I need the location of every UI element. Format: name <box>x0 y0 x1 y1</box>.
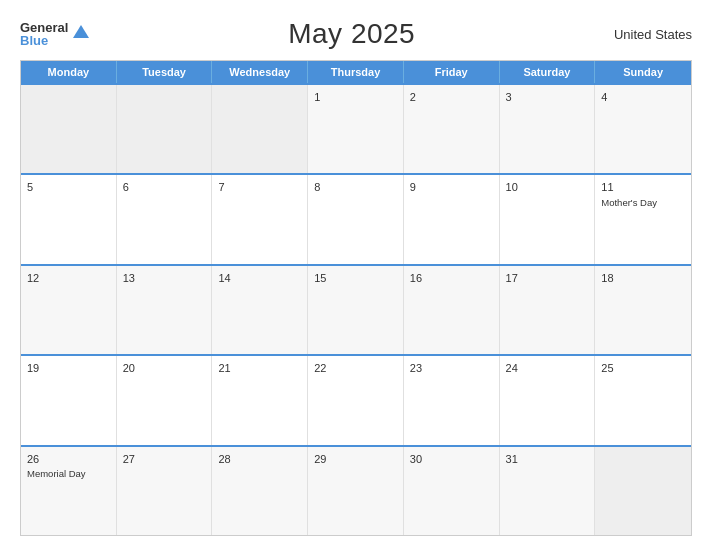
calendar-cell-r4-c2: 20 <box>117 356 213 444</box>
col-tuesday: Tuesday <box>117 61 213 83</box>
calendar-cell-r1-c2 <box>117 85 213 173</box>
page: General Blue May 2025 United States Mond… <box>0 0 712 550</box>
calendar-cell-r2-c7: 11Mother's Day <box>595 175 691 263</box>
day-number: 3 <box>506 90 589 104</box>
calendar-cell-r4-c7: 25 <box>595 356 691 444</box>
day-number: 4 <box>601 90 685 104</box>
day-number: 6 <box>123 180 206 194</box>
calendar-row-3: 12131415161718 <box>21 264 691 354</box>
calendar-cell-r3-c4: 15 <box>308 266 404 354</box>
day-number: 21 <box>218 361 301 375</box>
day-number: 29 <box>314 452 397 466</box>
calendar-cell-r3-c5: 16 <box>404 266 500 354</box>
calendar-cell-r4-c3: 21 <box>212 356 308 444</box>
day-number: 7 <box>218 180 301 194</box>
col-monday: Monday <box>21 61 117 83</box>
day-number: 26 <box>27 452 110 466</box>
calendar-cell-r4-c5: 23 <box>404 356 500 444</box>
day-number: 1 <box>314 90 397 104</box>
calendar-row-2: 567891011Mother's Day <box>21 173 691 263</box>
calendar-cell-r1-c6: 3 <box>500 85 596 173</box>
calendar-cell-r3-c2: 13 <box>117 266 213 354</box>
calendar-cell-r1-c5: 2 <box>404 85 500 173</box>
calendar-cell-r1-c1 <box>21 85 117 173</box>
calendar-cell-r3-c1: 12 <box>21 266 117 354</box>
month-title: May 2025 <box>288 18 415 50</box>
calendar-row-4: 19202122232425 <box>21 354 691 444</box>
calendar-row-5: 26Memorial Day2728293031 <box>21 445 691 535</box>
calendar-cell-r4-c1: 19 <box>21 356 117 444</box>
day-number: 10 <box>506 180 589 194</box>
calendar-cell-r2-c1: 5 <box>21 175 117 263</box>
calendar-cell-r5-c4: 29 <box>308 447 404 535</box>
day-number: 28 <box>218 452 301 466</box>
col-saturday: Saturday <box>500 61 596 83</box>
day-number: 22 <box>314 361 397 375</box>
col-thursday: Thursday <box>308 61 404 83</box>
calendar-cell-r2-c2: 6 <box>117 175 213 263</box>
day-number: 8 <box>314 180 397 194</box>
calendar-cell-r5-c7 <box>595 447 691 535</box>
calendar: Monday Tuesday Wednesday Thursday Friday… <box>20 60 692 536</box>
calendar-cell-r5-c3: 28 <box>212 447 308 535</box>
calendar-cell-r5-c5: 30 <box>404 447 500 535</box>
calendar-cell-r2-c5: 9 <box>404 175 500 263</box>
calendar-cell-r5-c1: 26Memorial Day <box>21 447 117 535</box>
col-wednesday: Wednesday <box>212 61 308 83</box>
day-number: 18 <box>601 271 685 285</box>
header: General Blue May 2025 United States <box>20 18 692 50</box>
calendar-cell-r4-c6: 24 <box>500 356 596 444</box>
col-sunday: Sunday <box>595 61 691 83</box>
calendar-cell-r1-c4: 1 <box>308 85 404 173</box>
calendar-cell-r4-c4: 22 <box>308 356 404 444</box>
day-number: 27 <box>123 452 206 466</box>
country-label: United States <box>614 27 692 42</box>
logo: General Blue <box>20 21 89 47</box>
calendar-cell-r3-c3: 14 <box>212 266 308 354</box>
day-number: 16 <box>410 271 493 285</box>
calendar-cell-r5-c6: 31 <box>500 447 596 535</box>
day-number: 17 <box>506 271 589 285</box>
calendar-cell-r3-c7: 18 <box>595 266 691 354</box>
calendar-row-1: 1234 <box>21 83 691 173</box>
day-number: 2 <box>410 90 493 104</box>
day-number: 13 <box>123 271 206 285</box>
day-number: 30 <box>410 452 493 466</box>
calendar-cell-r2-c3: 7 <box>212 175 308 263</box>
day-number: 11 <box>601 180 685 194</box>
logo-triangle-icon <box>73 25 89 38</box>
day-number: 9 <box>410 180 493 194</box>
calendar-cell-r2-c6: 10 <box>500 175 596 263</box>
logo-blue-text: Blue <box>20 34 68 47</box>
calendar-header: Monday Tuesday Wednesday Thursday Friday… <box>21 61 691 83</box>
day-number: 23 <box>410 361 493 375</box>
day-number: 19 <box>27 361 110 375</box>
col-friday: Friday <box>404 61 500 83</box>
calendar-cell-r2-c4: 8 <box>308 175 404 263</box>
calendar-cell-r1-c7: 4 <box>595 85 691 173</box>
event-label: Memorial Day <box>27 468 110 479</box>
calendar-body: 1234567891011Mother's Day121314151617181… <box>21 83 691 535</box>
calendar-cell-r5-c2: 27 <box>117 447 213 535</box>
calendar-cell-r1-c3 <box>212 85 308 173</box>
event-label: Mother's Day <box>601 197 685 208</box>
day-number: 31 <box>506 452 589 466</box>
day-number: 15 <box>314 271 397 285</box>
day-number: 24 <box>506 361 589 375</box>
day-number: 12 <box>27 271 110 285</box>
day-number: 5 <box>27 180 110 194</box>
day-number: 20 <box>123 361 206 375</box>
day-number: 25 <box>601 361 685 375</box>
day-number: 14 <box>218 271 301 285</box>
calendar-cell-r3-c6: 17 <box>500 266 596 354</box>
